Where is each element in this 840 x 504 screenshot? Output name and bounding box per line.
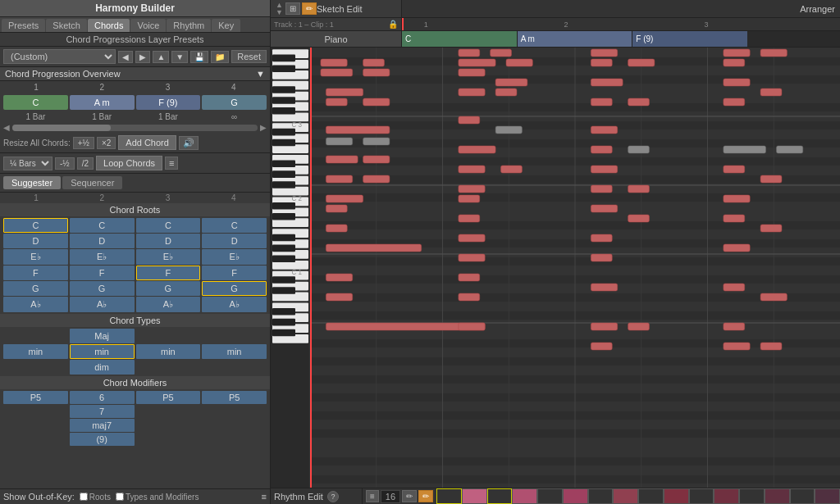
chord-marker-am[interactable]: A m [518, 31, 633, 47]
chord-root-d-2[interactable]: D [70, 234, 135, 248]
nav-up-btn[interactable]: ▲ [153, 51, 169, 63]
plus-half-btn[interactable]: +½ [73, 137, 94, 149]
nav-next-btn[interactable]: ▶ [135, 51, 150, 63]
chord-bar-f9[interactable]: F (9) [136, 95, 201, 110]
chord-mod-p5-1[interactable]: P5 [3, 391, 68, 404]
chord-mod-6-2[interactable]: 6 [70, 391, 135, 404]
chord-root-g-1[interactable]: G [3, 281, 68, 296]
help-button[interactable]: ? [327, 491, 339, 502]
orange-edit-btn[interactable]: ✏ [418, 490, 433, 502]
custom-select[interactable]: (Custom) [3, 49, 116, 64]
types-mods-checkbox[interactable] [116, 493, 124, 501]
menu-icon[interactable]: ≡ [262, 492, 267, 502]
strip-cell-11[interactable] [689, 488, 714, 504]
sound-icon-btn[interactable]: 🔊 [179, 136, 199, 150]
pencil-bottom-btn[interactable]: ✏ [402, 490, 417, 502]
strip-cell-1[interactable] [436, 488, 462, 504]
chord-root-c-3[interactable]: C [136, 218, 201, 233]
strip-cell-10[interactable] [664, 488, 689, 504]
roots-checkbox[interactable] [80, 493, 88, 501]
chord-root-eb-1[interactable]: E♭ [3, 249, 68, 265]
tab-sequencer[interactable]: Sequencer [62, 176, 122, 189]
chord-mod-9-2[interactable]: (9) [70, 433, 135, 446]
chord-root-eb-3[interactable]: E♭ [136, 249, 201, 265]
strip-cell-12[interactable] [714, 488, 739, 504]
add-chord-btn[interactable]: Add Chord [118, 135, 176, 150]
strip-cell-15[interactable] [790, 488, 815, 504]
folder-btn[interactable]: 📁 [211, 51, 229, 63]
lock-icon[interactable]: 🔒 [388, 20, 398, 29]
chord-type-min-3[interactable]: min [136, 344, 201, 359]
strip-cell-9[interactable] [638, 488, 664, 504]
chord-mod-p5-3[interactable]: P5 [136, 391, 201, 404]
chord-root-d-3[interactable]: D [136, 234, 201, 248]
strip-cell-3[interactable] [487, 488, 513, 504]
scroll-down-btn[interactable]: ▼ [276, 9, 283, 16]
chord-root-c-2[interactable]: C [70, 218, 135, 233]
nav-down-btn[interactable]: ▼ [171, 51, 188, 63]
pencil-btn[interactable]: ✏ [302, 2, 317, 15]
chord-root-g-3[interactable]: G [136, 281, 201, 296]
tab-rhythm[interactable]: Rhythm [167, 19, 211, 32]
chord-root-d-1[interactable]: D [3, 234, 68, 248]
save-btn[interactable]: 💾 [190, 51, 208, 63]
overview-collapse-btn[interactable]: ▼ [256, 69, 265, 79]
chord-root-ab-2[interactable]: A♭ [70, 297, 135, 312]
chord-type-dim-2[interactable]: dim [70, 360, 135, 375]
chord-root-f-1[interactable]: F [3, 266, 68, 280]
strip-cell-4[interactable] [512, 488, 537, 504]
chord-root-ab-1[interactable]: A♭ [3, 297, 68, 312]
chord-type-maj-2[interactable]: Maj [70, 329, 135, 343]
strip-cell-8[interactable] [613, 488, 638, 504]
strip-cell-5[interactable] [537, 488, 563, 504]
list-icon-btn[interactable]: ≡ [165, 157, 178, 170]
chord-root-eb-4[interactable]: E♭ [202, 249, 267, 265]
chord-mod-7-2[interactable]: 7 [70, 405, 135, 418]
chord-root-d-4[interactable]: D [202, 234, 267, 248]
strip-cell-14[interactable] [765, 488, 790, 504]
scroll-thumb[interactable] [12, 125, 111, 131]
tab-voice[interactable]: Voice [130, 19, 166, 32]
strip-cell-13[interactable] [739, 488, 765, 504]
transport-list-btn[interactable]: ≡ [366, 490, 379, 502]
chord-marker-c[interactable]: C [402, 31, 518, 47]
strip-cell-6[interactable] [563, 488, 588, 504]
chord-root-f-3[interactable]: F [136, 266, 201, 280]
chord-bar-am[interactable]: A m [70, 95, 135, 110]
times2-btn[interactable]: ×2 [97, 137, 116, 149]
chord-type-min-4[interactable]: min [202, 344, 267, 359]
roots-checkbox-label[interactable]: Roots [80, 493, 111, 502]
minus-half-btn[interactable]: -½ [55, 157, 75, 170]
chord-root-f-4[interactable]: F [202, 266, 267, 280]
reset-btn[interactable]: Reset [231, 50, 267, 63]
scroll-track[interactable] [12, 125, 258, 131]
strip-cell-2[interactable] [462, 488, 487, 504]
chord-root-f-2[interactable]: F [70, 266, 135, 280]
bars-select[interactable]: ¼ Bars [3, 157, 52, 170]
loop-chords-btn[interactable]: Loop Chords [96, 156, 162, 170]
chord-root-ab-4[interactable]: A♭ [202, 297, 267, 312]
chord-bar-g[interactable]: G [202, 95, 267, 110]
chord-mod-maj7-2[interactable]: maj7 [70, 419, 135, 432]
chord-root-eb-2[interactable]: E♭ [70, 249, 135, 265]
chord-bar-c[interactable]: C [3, 95, 68, 110]
chord-type-min-2[interactable]: min [70, 344, 135, 359]
chord-root-g-2[interactable]: G [70, 281, 135, 296]
chord-root-c-1[interactable]: C [3, 218, 68, 233]
grid-icon-btn[interactable]: ⊞ [285, 2, 300, 15]
chord-root-g-4[interactable]: G [202, 281, 267, 296]
nav-prev-btn[interactable]: ◀ [118, 51, 133, 63]
chord-root-ab-3[interactable]: A♭ [136, 297, 201, 312]
chord-type-min-1[interactable]: min [3, 344, 68, 359]
tab-chords[interactable]: Chords [88, 19, 130, 32]
chord-marker-f9[interactable]: F (9) [632, 31, 747, 47]
strip-cell-16[interactable] [815, 488, 840, 504]
tab-suggester[interactable]: Suggester [3, 176, 61, 189]
chord-mod-p5-4[interactable]: P5 [202, 391, 267, 404]
chord-root-c-4[interactable]: C [202, 218, 267, 233]
overview-scrollbar[interactable]: ◀ ▶ [0, 122, 270, 133]
types-mods-checkbox-label[interactable]: Types and Modifiers [116, 493, 199, 502]
tab-presets[interactable]: Presets [2, 19, 45, 32]
strip-cell-7[interactable] [588, 488, 614, 504]
tab-key[interactable]: Key [212, 19, 240, 32]
